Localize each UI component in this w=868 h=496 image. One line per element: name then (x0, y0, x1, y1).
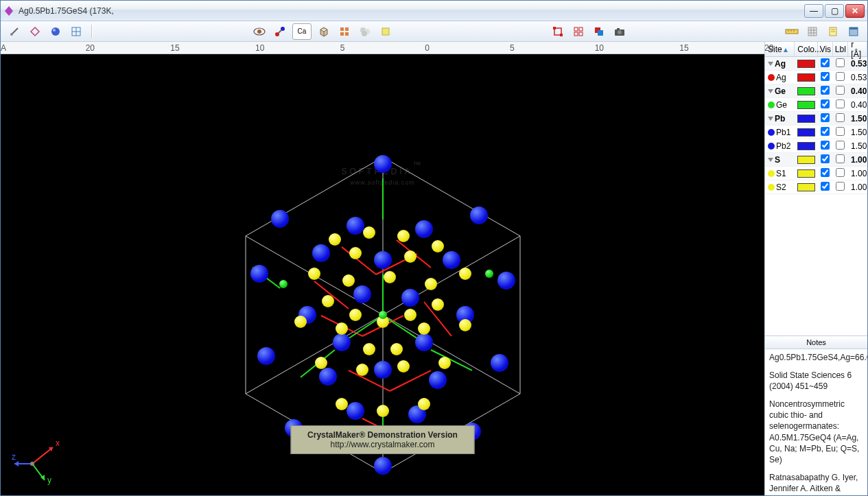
notepad-button[interactable] (825, 23, 841, 40)
close-button[interactable]: ✕ (845, 4, 865, 18)
vis-checkbox[interactable] (821, 113, 830, 122)
lbl-checkbox[interactable] (836, 113, 845, 122)
site-row[interactable]: Ag0.53 (765, 57, 867, 71)
site-row[interactable]: S21.00 (765, 180, 867, 194)
label-button[interactable]: Ca (292, 23, 312, 40)
vis-checkbox[interactable] (821, 58, 830, 67)
color-swatch[interactable] (797, 101, 815, 109)
note-button[interactable] (377, 23, 394, 40)
panel-button[interactable] (845, 23, 862, 40)
grid2-button[interactable] (336, 23, 353, 40)
atom-yellow (308, 268, 320, 280)
color-swatch[interactable] (797, 73, 815, 82)
color-swatch[interactable] (797, 169, 815, 178)
ruler-tick: A (1, 43, 6, 53)
svg-text:x: x (56, 438, 60, 448)
lbl-checkbox[interactable] (836, 182, 845, 191)
lbl-checkbox[interactable] (836, 154, 845, 163)
grid-button[interactable] (68, 23, 84, 40)
layout-button[interactable] (570, 23, 587, 40)
vis-checkbox[interactable] (821, 168, 830, 177)
lbl-checkbox[interactable] (836, 141, 845, 150)
col-vis[interactable]: Vis (818, 42, 833, 56)
lbl-checkbox[interactable] (836, 99, 845, 108)
atom-yellow (397, 230, 410, 242)
color-swatch[interactable] (797, 87, 815, 95)
vis-checkbox[interactable] (821, 72, 830, 81)
settings-button[interactable] (6, 23, 23, 40)
color-swatch[interactable] (797, 60, 815, 68)
color-swatch[interactable] (797, 142, 815, 150)
col-lbl[interactable]: Lbl (833, 42, 848, 56)
ruler-tick: 5 (340, 43, 345, 53)
color-swatch[interactable] (797, 128, 815, 137)
lbl-checkbox[interactable] (836, 58, 845, 67)
lbl-checkbox[interactable] (836, 168, 845, 177)
atom-yellow (404, 309, 417, 321)
site-row[interactable]: Pb1.50 (765, 112, 867, 126)
atom-blue (374, 251, 392, 269)
atom-blue (443, 251, 460, 269)
atom-green (485, 270, 493, 278)
color-swatch[interactable] (797, 156, 815, 164)
site-row[interactable]: S1.00 (765, 153, 867, 167)
bond (382, 274, 384, 316)
col-color[interactable]: Colo... (795, 42, 818, 56)
site-row[interactable]: Ag0.53 (765, 71, 867, 84)
lbl-checkbox[interactable] (836, 72, 845, 81)
minimize-button[interactable]: — (804, 4, 823, 18)
atom-yellow (349, 247, 362, 259)
side-panel: Site ▴ Colo... Vis Lbl r [Å] Ag0.53Ag0.5… (764, 42, 867, 495)
vis-checkbox[interactable] (821, 86, 830, 95)
camera-button[interactable] (611, 23, 628, 40)
ruler-tick: 15 (170, 43, 179, 53)
app-icon (3, 5, 14, 16)
viewport-3d[interactable]: SOFTPEDIA™ www.softpedia.com CrystalMake… (1, 54, 764, 495)
atom-yellow (356, 364, 368, 376)
svg-line-51 (32, 447, 53, 464)
cube-button[interactable] (316, 23, 332, 40)
color-swatch[interactable] (797, 115, 815, 123)
color-swatch[interactable] (797, 183, 815, 191)
hatch-button[interactable] (804, 23, 821, 40)
col-r[interactable]: r [Å] (848, 42, 867, 56)
svg-rect-33 (786, 29, 798, 34)
vis-checkbox[interactable] (821, 141, 830, 150)
vis-checkbox[interactable] (821, 182, 830, 191)
atom-blue (347, 217, 364, 235)
eye-button[interactable] (251, 23, 268, 40)
atom-blue (470, 206, 488, 224)
radius-value: 1.00 (848, 155, 867, 165)
atom-blue (374, 361, 392, 379)
lbl-checkbox[interactable] (836, 127, 845, 136)
radius-value: 0.53 (848, 73, 867, 82)
atom-blue (319, 368, 337, 386)
atom-yellow (384, 271, 396, 283)
svg-rect-37 (808, 27, 817, 36)
diamond-button[interactable] (27, 23, 43, 40)
atom-yellow (438, 357, 451, 369)
atom-yellow (404, 250, 417, 263)
svg-rect-14 (345, 27, 349, 31)
lbl-checkbox[interactable] (836, 86, 845, 95)
site-row[interactable]: Pb11.50 (765, 126, 867, 139)
site-row[interactable]: Pb21.50 (765, 139, 867, 153)
notes-panel[interactable]: Ag0.5Pb1.75GeS4,Ag=66.67%,Pb1=16.67%,173… (765, 349, 867, 496)
vis-checkbox[interactable] (821, 99, 830, 108)
ruler-button[interactable] (784, 23, 800, 40)
maximize-button[interactable]: ▢ (825, 4, 844, 18)
site-row[interactable]: Ge0.40 (765, 84, 867, 98)
svg-rect-25 (579, 27, 583, 31)
vis-checkbox[interactable] (821, 127, 830, 136)
atom-yellow (322, 295, 334, 307)
bond-button[interactable] (272, 23, 288, 40)
select-box-button[interactable] (550, 23, 566, 40)
cluster-button[interactable] (357, 23, 373, 40)
site-row[interactable]: Ge0.40 (765, 98, 867, 112)
site-table: Site ▴ Colo... Vis Lbl r [Å] Ag0.53Ag0.5… (765, 42, 867, 194)
site-row[interactable]: S11.00 (765, 167, 867, 180)
vis-checkbox[interactable] (821, 154, 830, 163)
atom-yellow (294, 316, 307, 328)
layers-button[interactable] (591, 23, 607, 40)
sphere-button[interactable] (47, 23, 64, 40)
